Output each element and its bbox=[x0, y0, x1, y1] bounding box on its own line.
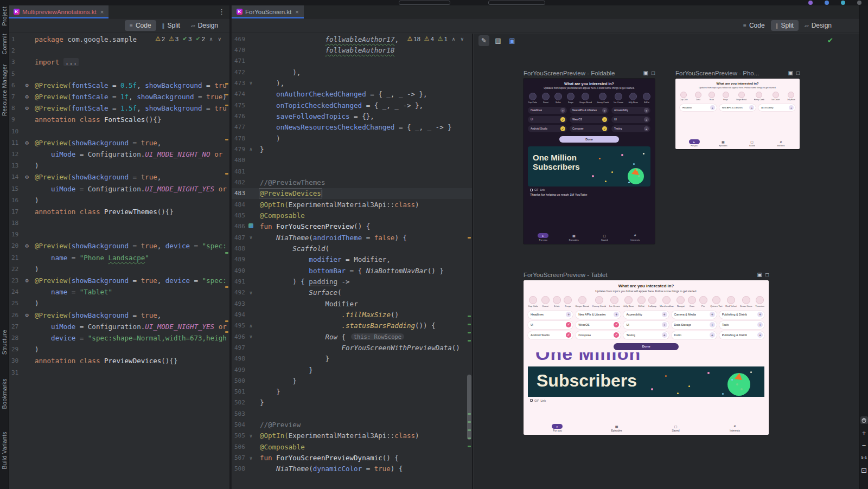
code-line[interactable]: 508NiaTheme(dynamicColor = true) { bbox=[232, 464, 472, 474]
zoom-to-fit-icon[interactable]: ▣ bbox=[788, 70, 793, 76]
line-number[interactable]: 28 bbox=[9, 334, 22, 342]
line-number[interactable]: 27 bbox=[9, 323, 22, 330]
stripe-mark[interactable] bbox=[468, 324, 471, 325]
code-line[interactable]: 488Scaffold( bbox=[232, 243, 472, 254]
line-number[interactable]: 493 bbox=[232, 300, 245, 307]
line-number[interactable]: 501 bbox=[232, 388, 245, 395]
line-number[interactable]: 508 bbox=[232, 465, 245, 472]
preview-settings-gear-icon[interactable]: ⚙ bbox=[22, 139, 32, 146]
line-number[interactable]: 495 bbox=[232, 322, 245, 329]
code-editor-multipreviewannotations[interactable]: ⚠2⚠3✔3✔2∧∨ 1package com.google.sample23i… bbox=[9, 34, 229, 489]
line-number[interactable]: 472 bbox=[232, 69, 245, 76]
preview-card-foldable[interactable]: ForYouScreenPreview - Foldable▣□What are… bbox=[524, 69, 655, 244]
line-number[interactable]: 494 bbox=[232, 311, 245, 318]
layers-icon[interactable]: ▣ bbox=[507, 35, 518, 46]
code-line[interactable]: 12uiMode = Configuration.UI_MODE_NIGHT_N… bbox=[9, 149, 229, 160]
line-number[interactable]: 496 bbox=[232, 333, 245, 340]
titlebar-app-icon[interactable] bbox=[857, 1, 861, 5]
line-number[interactable]: 481 bbox=[232, 168, 245, 175]
pan-tool-icon[interactable] bbox=[860, 416, 868, 424]
stripe-mark[interactable] bbox=[225, 320, 228, 322]
code-line[interactable]: 506@Composable bbox=[232, 441, 472, 452]
code-line[interactable]: 500} bbox=[232, 375, 472, 386]
fold-toggle-icon[interactable]: ∨ bbox=[245, 80, 257, 86]
line-number[interactable]: 31 bbox=[9, 369, 22, 376]
code-line[interactable]: 24name = "Tablet" bbox=[9, 286, 229, 298]
line-number[interactable]: 479 bbox=[232, 146, 245, 153]
code-line[interactable]: 473∨), bbox=[232, 78, 472, 88]
line-number[interactable]: 490 bbox=[232, 267, 245, 274]
line-number[interactable]: 507 bbox=[232, 454, 245, 461]
preview-settings-gear-icon[interactable]: ⚙ bbox=[22, 173, 32, 181]
open-preview-icon[interactable]: □ bbox=[765, 272, 769, 278]
code-line[interactable]: 491) { padding -> bbox=[232, 276, 472, 287]
preview-settings-gear-icon[interactable]: ⚙ bbox=[22, 312, 32, 319]
code-line[interactable]: 22) bbox=[9, 263, 229, 275]
line-number[interactable]: 477 bbox=[232, 124, 245, 131]
stripe-mark[interactable] bbox=[225, 139, 228, 140]
compose-run-gutter-icon[interactable] bbox=[245, 223, 257, 229]
line-number[interactable]: 18 bbox=[9, 220, 22, 227]
line-number[interactable]: 482 bbox=[232, 179, 245, 186]
stripe-mark[interactable] bbox=[468, 446, 471, 447]
compose-run-gutter-icon[interactable] bbox=[248, 223, 253, 228]
inspection-count[interactable]: ⚠18 bbox=[407, 35, 420, 42]
line-number[interactable]: 16 bbox=[9, 197, 22, 204]
view-mode-split-button[interactable]: ∥Split bbox=[157, 20, 185, 31]
line-number[interactable]: 486 bbox=[232, 223, 245, 230]
preview-settings-gear-icon[interactable]: ⚙ bbox=[22, 82, 32, 89]
error-stripe[interactable] bbox=[225, 34, 228, 489]
code-line[interactable]: 17annotation class PreviewThemes(){} bbox=[9, 206, 229, 217]
code-line[interactable]: 16) bbox=[9, 195, 229, 206]
titlebar-app-icon[interactable] bbox=[825, 1, 829, 5]
line-number[interactable]: 15 bbox=[9, 185, 22, 192]
preview-settings-gear-icon[interactable]: ⚙ bbox=[22, 93, 32, 100]
line-number[interactable]: 11 bbox=[9, 139, 22, 146]
tool-window-button-bookmarks[interactable]: Bookmarks bbox=[1, 378, 8, 409]
stripe-mark[interactable] bbox=[468, 340, 471, 342]
inspection-count[interactable]: ⚠4 bbox=[424, 35, 434, 42]
code-line[interactable]: 485@Composable bbox=[232, 210, 472, 221]
code-line[interactable]: 478) bbox=[232, 133, 472, 144]
code-line[interactable]: 2 bbox=[9, 45, 229, 56]
line-number[interactable]: 491 bbox=[232, 278, 245, 285]
line-number[interactable]: 478 bbox=[232, 135, 245, 142]
code-line[interactable]: 503 bbox=[232, 408, 472, 419]
scrollbar-thumb[interactable] bbox=[467, 375, 471, 440]
pencil-icon[interactable]: ✎ bbox=[478, 35, 489, 46]
line-number[interactable]: 469 bbox=[232, 36, 245, 43]
zoom-to-fit-icon[interactable]: ▣ bbox=[757, 272, 762, 278]
line-number[interactable]: 499 bbox=[232, 366, 245, 374]
line-number[interactable]: 480 bbox=[232, 157, 245, 164]
code-line[interactable]: 7⚙@Preview(fontScale = 1f, showBackgroun… bbox=[9, 91, 229, 102]
tab-foryouscreen-kt[interactable]: K ForYouScreen.kt × bbox=[232, 5, 304, 18]
error-stripe[interactable] bbox=[468, 34, 471, 489]
line-number[interactable]: 2 bbox=[9, 47, 22, 54]
line-number[interactable]: 3 bbox=[9, 59, 22, 66]
fold-toggle-icon[interactable]: ∧ bbox=[245, 146, 257, 152]
line-number[interactable]: 500 bbox=[232, 377, 245, 384]
tool-window-button-structure[interactable]: Structure bbox=[1, 330, 8, 355]
code-line[interactable]: 507∨fun ForYouScreenPreviewDynamic() { bbox=[232, 452, 472, 463]
code-line[interactable]: 479∧} bbox=[232, 144, 472, 155]
titlebar-app-icon[interactable] bbox=[841, 1, 845, 5]
line-number[interactable]: 484 bbox=[232, 201, 245, 208]
view-mode-design-button[interactable]: ▱Design bbox=[186, 20, 223, 31]
line-number[interactable]: 19 bbox=[9, 231, 22, 238]
open-preview-icon[interactable]: □ bbox=[796, 70, 800, 76]
code-line[interactable]: 21name = "Phone Landsacpe" bbox=[9, 252, 229, 263]
code-line[interactable]: 496∨Row { this: RowScope bbox=[232, 331, 472, 342]
fold-toggle-icon[interactable]: ∧ bbox=[245, 323, 257, 329]
code-line[interactable]: 19 bbox=[9, 229, 229, 240]
inspections-widget[interactable]: ⚠18⚠4⚠1∧∨ bbox=[407, 35, 464, 42]
line-number[interactable]: 475 bbox=[232, 102, 245, 109]
code-line[interactable]: 480 bbox=[232, 155, 472, 166]
zoom-fit-icon[interactable]: ⊡ bbox=[860, 466, 868, 474]
prev-problem-icon[interactable]: ∧ bbox=[451, 36, 456, 42]
view-mode-code-button[interactable]: ≡Code bbox=[125, 20, 156, 31]
stripe-mark[interactable] bbox=[468, 316, 471, 317]
zoom-out-icon[interactable]: − bbox=[860, 441, 868, 449]
line-number[interactable]: 26 bbox=[9, 312, 22, 319]
code-line[interactable]: 482//@PreviewThemes bbox=[232, 177, 472, 188]
line-number[interactable]: 9 bbox=[9, 116, 22, 123]
